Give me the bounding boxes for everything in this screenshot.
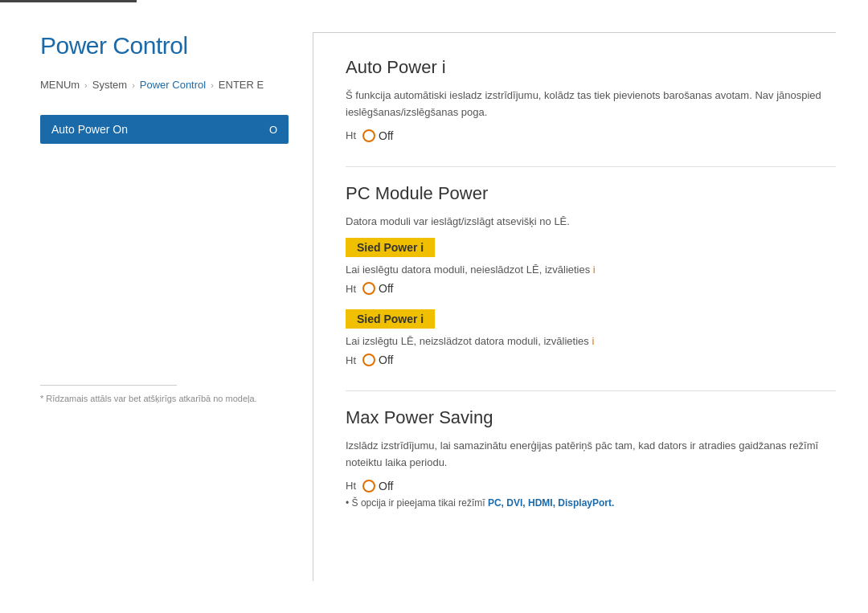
bullet-text: Š opcija ir pieejama tikai režīmī — [352, 497, 488, 509]
subsection-highlight-1: i — [593, 264, 596, 276]
breadcrumb-sep-1: › — [84, 80, 88, 90]
breadcrumb: MENUm › System › Power Control › ENTER E — [40, 79, 289, 91]
menu-item-value: O — [269, 124, 277, 136]
max-power-desc: Izslādz izstrīdījumu, lai samazinātu ene… — [346, 438, 836, 472]
toggle-state-2: Off — [379, 353, 393, 366]
breadcrumb-item-power-control[interactable]: Power Control — [140, 79, 206, 91]
max-power-toggle[interactable]: Off — [362, 480, 393, 492]
section-max-power: Max Power Saving Izslādz izstrīdījumu, l… — [346, 407, 836, 509]
subsection-toggle-row-2: Ht Off — [346, 353, 836, 366]
toggle-off-label: Off — [379, 129, 393, 142]
pc-module-title: PC Module Power — [346, 183, 836, 204]
toggle-circle-max — [362, 480, 375, 492]
breadcrumb-item-enter: ENTER E — [219, 79, 264, 91]
left-bottom-note: * Rīdzamais attāls var bet atšķirīgs atk… — [40, 144, 289, 403]
pc-module-desc: Datora moduli var ieslāgt/izslāgt atsevi… — [346, 214, 836, 231]
subsection-desc-1-text: Lai ieslēgtu datora moduli, neieslādzot … — [346, 264, 590, 276]
subsection-label-1: Sied Power i — [346, 238, 435, 257]
section-pc-module: PC Module Power Datora moduli var ieslāg… — [346, 183, 836, 367]
subsection-label-2: Sied Power i — [346, 309, 435, 329]
auto-power-toggle[interactable]: Off — [362, 129, 393, 142]
subsection-desc-2-text: Lai izslēgtu LĒ, neizslädzot datora modu… — [346, 335, 589, 347]
subsection-toggle-label-1: Ht — [346, 283, 356, 295]
toggle-circle-1 — [362, 282, 375, 295]
subsection-toggle-row-1: Ht Off — [346, 282, 836, 295]
divider-1 — [346, 166, 836, 167]
right-panel: Auto Power i Š funkcija automātiski iesl… — [313, 32, 836, 581]
max-power-toggle-row: Ht Off — [346, 480, 836, 492]
subsection-toggle-2[interactable]: Off — [362, 353, 393, 366]
subsection-desc-2: Lai izslēgtu LĒ, neizslädzot datora modu… — [346, 335, 836, 347]
left-divider — [40, 385, 177, 386]
toggle-state-1: Off — [379, 282, 393, 295]
toggle-off-circle — [362, 129, 375, 142]
bullet-highlight: PC, DVI, HDMI, DisplayPort. — [488, 497, 614, 509]
menu-item-auto-power-on[interactable]: Auto Power On O — [40, 115, 289, 144]
subsection-toggle-label-2: Ht — [346, 354, 356, 366]
max-power-title: Max Power Saving — [346, 407, 836, 428]
max-power-bullet: • Š opcija ir pieejama tikai režīmī PC, … — [346, 497, 836, 509]
section-auto-power: Auto Power i Š funkcija automātiski iesl… — [346, 57, 836, 142]
breadcrumb-sep-3: › — [211, 80, 214, 90]
left-panel: Power Control MENUm › System › Power Con… — [40, 32, 313, 581]
auto-power-toggle-row: Ht Off — [346, 129, 836, 142]
subsection-sied-power-1: Sied Power i Lai ieslēgtu datora moduli,… — [346, 238, 836, 295]
toggle-state-max: Off — [379, 480, 393, 492]
page-container: Power Control MENUm › System › Power Con… — [0, 0, 868, 613]
menu-item-label: Auto Power On — [51, 123, 128, 136]
right-content: Auto Power i Š funkcija automātiski iesl… — [346, 33, 836, 509]
subsection-sied-power-2: Sied Power i Lai izslēgtu LĒ, neizslädzo… — [346, 309, 836, 366]
page-title: Power Control — [40, 32, 289, 59]
divider-2 — [346, 390, 836, 391]
subsection-highlight-2: i — [592, 335, 594, 347]
menu-list: Auto Power On O — [40, 115, 289, 144]
breadcrumb-item-system[interactable]: System — [92, 79, 127, 91]
breadcrumb-sep-2: › — [132, 80, 135, 90]
subsection-toggle-1[interactable]: Off — [362, 282, 393, 295]
breadcrumb-item-menu[interactable]: MENUm — [40, 79, 80, 91]
auto-power-desc: Š funkcija automātiski iesladz izstrīdīj… — [346, 88, 836, 121]
auto-power-toggle-label: Ht — [346, 129, 356, 141]
max-power-toggle-label: Ht — [346, 480, 356, 492]
subsection-desc-1: Lai ieslēgtu datora moduli, neieslādzot … — [346, 264, 836, 276]
auto-power-title: Auto Power i — [346, 57, 836, 78]
note-text: * Rīdzamais attāls var bet atšķirīgs atk… — [40, 394, 289, 403]
top-decorative-line — [0, 0, 137, 2]
toggle-circle-2 — [362, 353, 375, 366]
